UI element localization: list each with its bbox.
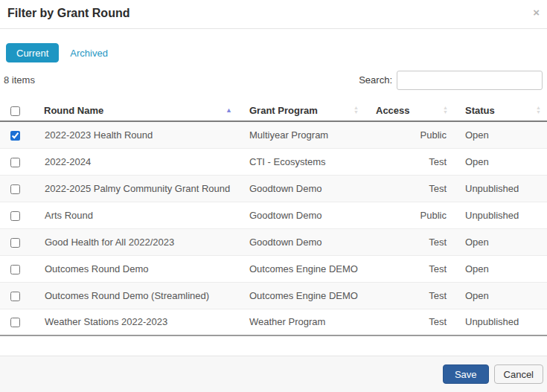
cell-access: Public (365, 121, 454, 148)
cell-checkbox (0, 121, 33, 148)
column-header-grant-program[interactable]: Grant Program ▲▼ (238, 100, 365, 121)
tab-current[interactable]: Current (6, 43, 59, 62)
cell-access: Test (365, 282, 454, 309)
column-label: Round Name (44, 105, 103, 116)
table-row: 2022-2023 Health RoundMultiyear ProgramP… (0, 121, 547, 148)
row-checkbox[interactable] (10, 131, 20, 141)
table-row: Arts RoundGoodtown DemoPublicUnpublished (0, 202, 547, 228)
cell-status: Unpublished (454, 309, 547, 335)
cancel-button[interactable]: Cancel (494, 364, 543, 384)
cell-round-name: Good Health for All 2022/2023 (33, 228, 238, 255)
cell-grant-program: CTI - Ecosystems (238, 148, 365, 175)
grant-rounds-table: Round Name ▲ Grant Program ▲▼ Access (0, 100, 547, 336)
search-label: Search: (359, 74, 392, 86)
cell-checkbox (0, 175, 33, 202)
row-checkbox[interactable] (10, 318, 20, 327)
table-row: 2022-2025 Palmy Community Grant RoundGoo… (0, 175, 547, 202)
cell-checkbox (0, 282, 33, 309)
spacer (0, 336, 547, 356)
search-input[interactable] (397, 71, 543, 90)
table-row: Good Health for All 2022/2023Goodtown De… (0, 228, 547, 255)
cell-round-name: Weather Stations 2022-2023 (33, 309, 238, 335)
table-row: Outcomes Round DemoOutcomes Engine DEMOT… (0, 255, 547, 282)
modal-footer: Save Cancel (0, 356, 547, 392)
cell-status: Unpublished (454, 202, 547, 228)
filter-by-grant-round-modal: Filter by Grant Round × Current Archived… (0, 0, 547, 392)
row-checkbox[interactable] (10, 211, 20, 221)
cell-grant-program: Multiyear Program (238, 121, 365, 148)
cell-checkbox (0, 309, 33, 335)
cell-access: Test (365, 148, 454, 175)
save-button[interactable]: Save (443, 364, 489, 384)
cell-status: Open (454, 255, 547, 282)
sort-both-icon: ▲▼ (443, 106, 448, 115)
table-row: Outcomes Round Demo (Streamlined)Outcome… (0, 282, 547, 309)
cell-status: Unpublished (454, 175, 547, 202)
cell-access: Public (365, 202, 454, 228)
cell-status: Open (454, 282, 547, 309)
cell-round-name: 2022-2025 Palmy Community Grant Round (33, 175, 238, 202)
cell-checkbox (0, 255, 33, 282)
row-checkbox[interactable] (10, 158, 20, 167)
cell-status: Open (454, 121, 547, 148)
search-control: Search: (359, 71, 543, 90)
column-header-access[interactable]: Access ▲▼ (365, 100, 454, 121)
page-title: Filter by Grant Round (7, 7, 129, 20)
cell-round-name: Outcomes Round Demo (Streamlined) (33, 282, 238, 309)
cell-status: Open (454, 148, 547, 175)
cell-status: Open (454, 228, 547, 255)
row-checkbox[interactable] (10, 292, 20, 301)
modal-header: Filter by Grant Round × (0, 0, 547, 29)
cell-access: Test (365, 175, 454, 202)
header-cell-select-all (0, 100, 33, 121)
table-row: Weather Stations 2022-2023Weather Progra… (0, 309, 547, 335)
cell-round-name: Arts Round (33, 202, 238, 228)
row-checkbox[interactable] (10, 265, 20, 274)
column-header-status[interactable]: Status ▲▼ (454, 100, 547, 121)
cell-grant-program: Goodtown Demo (238, 228, 365, 255)
cell-round-name: 2022-2023 Health Round (33, 121, 238, 148)
row-checkbox[interactable] (10, 238, 20, 248)
column-label: Grant Program (249, 105, 318, 116)
sort-both-icon: ▲▼ (536, 106, 541, 115)
select-all-checkbox[interactable] (10, 106, 20, 116)
items-count: 8 items (4, 74, 35, 86)
cell-access: Test (365, 255, 454, 282)
column-header-round-name[interactable]: Round Name ▲ (33, 100, 238, 121)
sort-ascending-icon: ▲ (225, 107, 232, 114)
cell-access: Test (365, 309, 454, 335)
tab-archived[interactable]: Archived (70, 48, 108, 59)
cell-round-name: 2022-2024 (33, 148, 238, 175)
sort-both-icon: ▲▼ (354, 106, 359, 115)
cell-checkbox (0, 228, 33, 255)
cell-grant-program: Goodtown Demo (238, 202, 365, 228)
column-label: Access (376, 105, 410, 116)
column-label: Status (465, 105, 495, 116)
cell-checkbox (0, 202, 33, 228)
cell-grant-program: Weather Program (238, 309, 365, 335)
cell-round-name: Outcomes Round Demo (33, 255, 238, 282)
cell-grant-program: Outcomes Engine DEMO (238, 282, 365, 309)
cell-access: Test (365, 228, 454, 255)
row-checkbox[interactable] (10, 184, 20, 194)
cell-grant-program: Outcomes Engine DEMO (238, 255, 365, 282)
cell-checkbox (0, 148, 33, 175)
tab-bar: Current Archived (6, 43, 547, 62)
table-toolbar: 8 items Search: (0, 70, 547, 90)
table-header-row: Round Name ▲ Grant Program ▲▼ Access (0, 100, 547, 121)
rounds-table-body: 2022-2023 Health RoundMultiyear ProgramP… (0, 121, 547, 335)
close-icon[interactable]: × (531, 7, 541, 18)
cell-grant-program: Goodtown Demo (238, 175, 365, 202)
table-row: 2022-2024CTI - EcosystemsTestOpen (0, 148, 547, 175)
